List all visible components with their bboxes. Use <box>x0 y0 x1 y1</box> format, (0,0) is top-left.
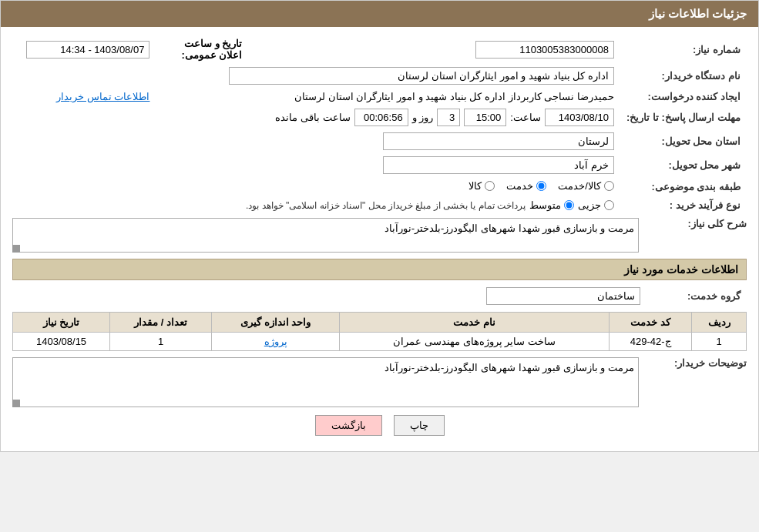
toseeh-label: توضیحات خریدار: <box>646 357 747 369</box>
tabaqe-khadamat-item: خدمت <box>506 180 546 192</box>
sharh-value: مرمت و بازسازی قبور شهدا شهرهای الیگودرز… <box>12 218 639 253</box>
mohlat-rooz: 3 <box>437 109 460 126</box>
col-tedad: تعداد / مقدار <box>110 313 212 333</box>
farayand-motevaset-label: متوسط <box>529 199 561 211</box>
toseeh-row: توضیحات خریدار: مرمت و بازسازی قبور شهدا… <box>12 357 747 407</box>
farayand-motevaset-item: متوسط <box>529 199 574 211</box>
mohlat-saat: 15:00 <box>464 109 506 126</box>
ijad-konande-label: ایجاد کننده درخواست: <box>620 88 747 105</box>
tarikh-value: 1403/08/07 - 14:34 <box>26 41 149 59</box>
mohlat-baqi: 00:06:56 <box>354 109 408 126</box>
col-kod: کد خدمت <box>609 313 691 333</box>
mohlat-date: 1403/08/10 <box>545 109 614 126</box>
shahr-label: شهر محل تحویل: <box>620 153 747 177</box>
cell-vahed[interactable]: پروژه <box>212 333 340 351</box>
mohlat-baqi-label: ساعت باقی مانده <box>275 112 350 123</box>
toseeh-resize-handle[interactable] <box>12 400 20 407</box>
print-button[interactable]: چاپ <box>394 415 445 436</box>
mohlat-saat-label: ساعت: <box>510 112 541 123</box>
itla-tamas-link[interactable]: اطلاعات تماس خریدار <box>56 91 149 102</box>
farayand-motevaset-radio[interactable] <box>564 200 574 210</box>
col-radif: ردیف <box>692 313 747 333</box>
nam-dastgah-value: اداره کل بنیاد شهید و امور ایثارگران است… <box>229 67 614 85</box>
sharh-resize-handle[interactable] <box>12 245 20 253</box>
farayand-jazei-label: جزیی <box>578 199 601 211</box>
col-nam: نام خدمت <box>340 313 610 333</box>
cell-tedad: 1 <box>110 333 212 351</box>
info-table-top: شماره نیاز: 1103005383000008 تاریخ و ساع… <box>12 35 747 214</box>
mohlat-label: مهلت ارسال پاسخ: تا تاریخ: <box>620 105 747 129</box>
tabaqe-kalaKhadamat-item: کالا/خدمت <box>558 180 614 192</box>
button-group: چاپ بازگشت <box>12 415 747 436</box>
cell-radif: 1 <box>692 333 747 351</box>
grooh-label: گروه خدمت: <box>646 284 747 308</box>
page-title: جزئیات اطلاعات نیاز <box>649 7 747 20</box>
toseeh-container: مرمت و بازسازی قبور شهدا شهرهای الیگودرز… <box>12 357 639 407</box>
col-tarikh: تاریخ نیاز <box>13 313 110 333</box>
tabaqe-group: کالا/خدمت خدمت کالا <box>468 180 614 192</box>
cell-kod: ج-42-429 <box>609 333 691 351</box>
no-farayand-label: نوع فرآیند خرید : <box>620 196 747 214</box>
tarikh-label: تاریخ و ساعت اعلان عمومی: <box>181 38 242 61</box>
ostan-value: لرستان <box>383 132 614 150</box>
tabaqe-kala-item: کالا <box>468 180 495 192</box>
sharh-row: شرح کلی نیاز: مرمت و بازسازی قبور شهدا ش… <box>12 218 747 253</box>
page-wrapper: جزئیات اطلاعات نیاز شماره نیاز: 11030053… <box>0 0 759 452</box>
tabaqe-kalaKhadamat-radio[interactable] <box>604 181 614 191</box>
tabaqe-kala-label: کالا <box>468 180 482 192</box>
shahr-value: خرم آباد <box>383 156 614 174</box>
shomare-niaz-label: شماره نیاز: <box>620 35 747 64</box>
tabaqe-label: طبقه بندی موضوعی: <box>620 177 747 196</box>
shomare-niaz-value: 1103005383000008 <box>475 41 614 59</box>
tabaqe-kalaKhadamat-label: کالا/خدمت <box>558 180 601 192</box>
farayand-note: پرداخت تمام یا بخشی از مبلغ خریداز محل "… <box>246 200 526 211</box>
content-area: شماره نیاز: 1103005383000008 تاریخ و ساع… <box>1 27 758 451</box>
tabaqe-khadamat-label: خدمت <box>506 180 533 192</box>
page-header: جزئیات اطلاعات نیاز <box>1 1 758 27</box>
ostan-label: استان محل تحویل: <box>620 129 747 153</box>
sharh-watermark-area: مرمت و بازسازی قبور شهدا شهرهای الیگودرز… <box>12 218 639 253</box>
tabaqe-kala-radio[interactable] <box>485 181 495 191</box>
col-vahed: واحد اندازه گیری <box>212 313 340 333</box>
toseeh-value: مرمت و بازسازی قبور شهدا شهرهای الیگودرز… <box>12 357 639 407</box>
khadamat-section-title: اطلاعات خدمات مورد نیاز <box>12 259 747 280</box>
cell-nam: ساخت سایر پروژه‌های مهندسی عمران <box>340 333 610 351</box>
sharh-container: مرمت و بازسازی قبور شهدا شهرهای الیگودرز… <box>12 218 639 253</box>
service-table: ردیف کد خدمت نام خدمت واحد اندازه گیری ت… <box>12 312 747 351</box>
nam-dastgah-label: نام دستگاه خریدار: <box>620 64 747 88</box>
back-button[interactable]: بازگشت <box>315 415 382 436</box>
farayand-jazei-item: جزیی <box>578 199 614 211</box>
tabaqe-khadamat-radio[interactable] <box>536 181 546 191</box>
grooh-value: ساختمان <box>486 287 640 305</box>
grooh-table: گروه خدمت: ساختمان <box>12 284 747 308</box>
farayand-jazei-radio[interactable] <box>604 200 614 210</box>
cell-tarikh: 1403/08/15 <box>13 333 110 351</box>
table-row: 1 ج-42-429 ساخت سایر پروژه‌های مهندسی عم… <box>13 333 747 351</box>
ijad-konande-value: حمیدرضا نساجی کاربرداز اداره کل بنیاد شه… <box>294 91 614 102</box>
mohlat-rooz-label: روز و <box>412 112 434 123</box>
sharh-label: شرح کلی نیاز: <box>646 218 747 229</box>
